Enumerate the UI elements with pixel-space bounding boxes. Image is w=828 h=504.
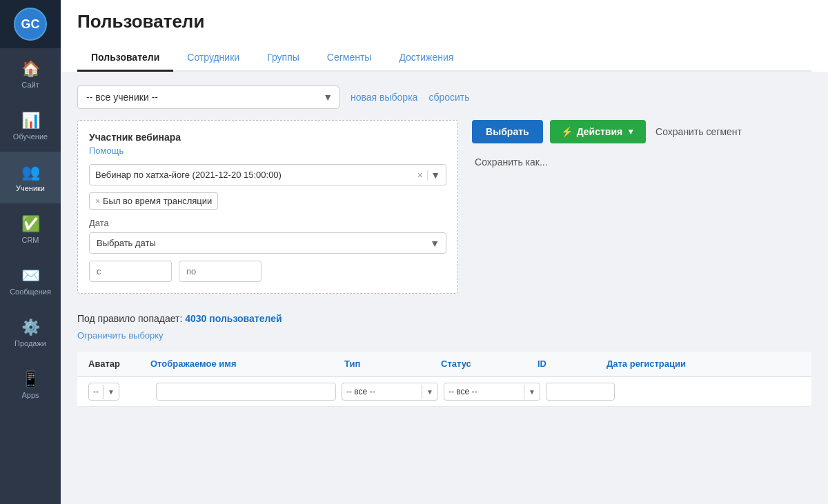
actions-button[interactable]: Действия ▼ bbox=[550, 120, 646, 143]
summary-text: Под правило попадает: bbox=[77, 313, 185, 324]
actions-button-label: Действия bbox=[577, 126, 623, 137]
sidebar-item-messages[interactable]: ✉️ Сообщения bbox=[0, 255, 61, 307]
limit-selection-link[interactable]: Ограничить выборку bbox=[77, 330, 164, 341]
summary-row: Под правило попадает: 4030 пользователей bbox=[77, 313, 811, 324]
filter-block-title: Участник вебинара bbox=[89, 132, 446, 143]
date-label: Дата bbox=[89, 218, 446, 228]
sidebar-item-sales[interactable]: ⚙️ Продажи bbox=[0, 307, 61, 359]
table-filter-row: -- ▼ -- все -- ▼ bbox=[77, 377, 811, 407]
display-name-filter-cell bbox=[156, 383, 336, 401]
logo-icon: GC bbox=[14, 8, 47, 41]
users-icon: 👥 bbox=[21, 163, 40, 181]
type-filter-select-wrap: -- все -- ▼ bbox=[342, 383, 438, 401]
summary-count: 4030 пользователей bbox=[185, 313, 282, 324]
segment-select-wrap: -- все ученики -- ▼ bbox=[77, 85, 339, 109]
webinar-dropdown-icon[interactable]: ▼ bbox=[427, 170, 440, 181]
filter-links: новая выборка сбросить bbox=[351, 92, 470, 103]
bolt-icon bbox=[561, 126, 573, 137]
webinar-select[interactable]: Вебинар по хатха-йоге (2021-12-20 15:00:… bbox=[89, 164, 446, 185]
filter-block: Участник вебинара Помощь Вебинар по хатх… bbox=[77, 120, 458, 294]
th-display-name: Отображаемое имя bbox=[150, 359, 344, 369]
avatar-filter-select[interactable]: -- bbox=[89, 383, 103, 400]
save-segment-button[interactable]: Сохранить сегмент bbox=[653, 120, 745, 143]
th-avatar: Аватар bbox=[88, 359, 150, 369]
tab-users[interactable]: Пользователи bbox=[77, 45, 173, 72]
filter-action-area: Участник вебинара Помощь Вебинар по хатх… bbox=[77, 120, 811, 305]
type-filter-select[interactable]: -- все -- bbox=[342, 383, 422, 400]
page-header: Пользователи bbox=[61, 0, 828, 45]
sidebar-item-label: CRM bbox=[21, 236, 39, 244]
date-select-wrap: Выбрать даты ▼ bbox=[89, 232, 446, 254]
th-status: Статус bbox=[441, 359, 538, 369]
date-to-input[interactable] bbox=[179, 261, 262, 282]
chevron-down-icon[interactable]: ▼ bbox=[524, 385, 540, 399]
reset-link[interactable]: сбросить bbox=[428, 92, 469, 103]
mobile-icon: 📱 bbox=[21, 370, 40, 388]
tab-segments[interactable]: Сегменты bbox=[313, 45, 386, 72]
avatar-filter-select-wrap: -- ▼ bbox=[88, 383, 119, 401]
status-filter-select-wrap: -- все -- ▼ bbox=[444, 383, 540, 401]
tab-employees[interactable]: Сотрудники bbox=[173, 45, 253, 72]
users-table: Аватар Отображаемое имя Тип Статус ID Да… bbox=[77, 352, 811, 407]
home-icon: 🏠 bbox=[21, 60, 40, 78]
sidebar-item-label: Ученики bbox=[16, 184, 45, 192]
content-area: -- все ученики -- ▼ новая выборка сброси… bbox=[61, 72, 828, 504]
th-type: Тип bbox=[344, 359, 441, 369]
tag-remove-icon[interactable]: × bbox=[95, 196, 100, 206]
sidebar-item-students[interactable]: 👥 Ученики bbox=[0, 152, 61, 203]
table-header: Аватар Отображаемое имя Тип Статус ID Да… bbox=[77, 352, 811, 377]
tab-groups[interactable]: Группы bbox=[253, 45, 313, 72]
page-title: Пользователи bbox=[77, 11, 811, 32]
chevron-down-icon[interactable]: ▼ bbox=[422, 385, 437, 399]
sidebar-item-label: Продажи bbox=[14, 339, 46, 347]
tag-pill: × Был во время трансляции bbox=[89, 192, 218, 210]
action-buttons-row: Выбрать Действия ▼ Сохранить сегмент Сох… bbox=[472, 120, 811, 174]
tab-bar: Пользователи Сотрудники Группы Сегменты … bbox=[77, 45, 811, 72]
help-link[interactable]: Помощь bbox=[89, 145, 446, 156]
new-selection-link[interactable]: новая выборка bbox=[351, 92, 417, 103]
th-reg-date: Дата регистрации bbox=[607, 359, 800, 369]
date-select[interactable]: Выбрать даты bbox=[89, 232, 446, 254]
sidebar-item-label: Обучение bbox=[13, 132, 48, 141]
tag-pill-label: Был во время трансляции bbox=[103, 196, 212, 206]
webinar-tag-label: Вебинар по хатха-йоге (2021-12-20 15:00:… bbox=[95, 170, 417, 180]
segment-select[interactable]: -- все ученики -- bbox=[77, 85, 339, 109]
avatar-filter-cell: -- ▼ bbox=[88, 383, 150, 401]
webinar-clear-icon[interactable]: × bbox=[417, 169, 423, 181]
status-filter-select[interactable]: -- все -- bbox=[444, 383, 524, 400]
chevron-down-icon[interactable]: ▼ bbox=[103, 385, 119, 399]
mail-icon: ✉️ bbox=[21, 267, 40, 285]
id-filter-input[interactable] bbox=[546, 383, 615, 401]
sidebar-item-apps[interactable]: 📱 Apps bbox=[0, 359, 61, 410]
th-id: ID bbox=[538, 359, 607, 369]
check-icon: ✅ bbox=[21, 215, 40, 233]
status-filter-cell: -- все -- ▼ bbox=[444, 383, 540, 401]
sidebar-item-label: Сайт bbox=[21, 81, 39, 89]
sidebar-item-crm[interactable]: ✅ CRM bbox=[0, 203, 61, 255]
sidebar-item-site[interactable]: 🏠 Сайт bbox=[0, 48, 61, 100]
date-inputs bbox=[89, 261, 446, 282]
select-button[interactable]: Выбрать bbox=[472, 120, 543, 143]
display-name-filter-input[interactable] bbox=[156, 383, 336, 401]
sidebar-item-label: Apps bbox=[21, 391, 39, 399]
action-buttons: Выбрать Действия ▼ Сохранить сегмент Сох… bbox=[472, 120, 811, 305]
sidebar-logo: GC bbox=[0, 0, 61, 48]
chart-icon: 📊 bbox=[21, 112, 40, 130]
sidebar-item-label: Сообщения bbox=[10, 288, 51, 296]
main-content: Пользователи Пользователи Сотрудники Гру… bbox=[61, 0, 828, 504]
date-from-input[interactable] bbox=[89, 261, 172, 282]
sidebar-item-learning[interactable]: 📊 Обучение bbox=[0, 100, 61, 152]
save-as-button[interactable]: Сохранить как... bbox=[472, 150, 550, 174]
tab-achievements[interactable]: Достижения bbox=[385, 45, 467, 72]
chevron-down-icon: ▼ bbox=[627, 127, 635, 137]
gear-icon: ⚙️ bbox=[21, 319, 40, 336]
type-filter-cell: -- все -- ▼ bbox=[342, 383, 438, 401]
filter-row: -- все ученики -- ▼ новая выборка сброси… bbox=[77, 85, 811, 109]
id-filter-cell bbox=[546, 383, 615, 401]
sidebar: GC 🏠 Сайт 📊 Обучение 👥 Ученики ✅ CRM ✉️ … bbox=[0, 0, 61, 504]
